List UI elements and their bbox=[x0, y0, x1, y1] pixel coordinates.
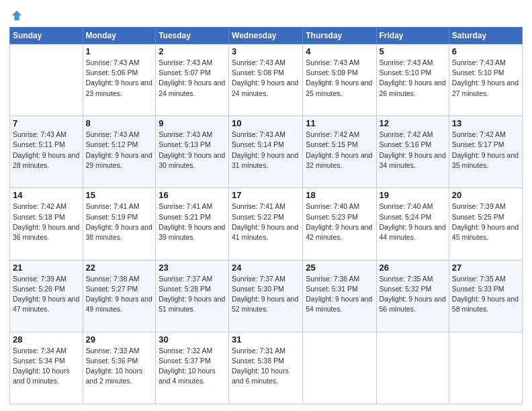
sunrise-text: Sunrise: 7:40 AM bbox=[306, 201, 373, 212]
sunset-text: Sunset: 5:36 PM bbox=[86, 356, 153, 366]
calendar-cell: 25Sunrise: 7:36 AMSunset: 5:31 PMDayligh… bbox=[303, 260, 376, 332]
calendar-day-header: Wednesday bbox=[229, 28, 303, 44]
sunset-text: Sunset: 5:30 PM bbox=[232, 284, 300, 294]
daylight-text: Daylight: 9 hours and 39 minutes. bbox=[159, 222, 226, 242]
day-number: 15 bbox=[86, 190, 153, 200]
day-number: 28 bbox=[13, 334, 80, 345]
day-info: Sunrise: 7:40 AMSunset: 5:24 PMDaylight:… bbox=[380, 201, 446, 242]
sunrise-text: Sunrise: 7:43 AM bbox=[86, 58, 153, 68]
day-number: 16 bbox=[159, 190, 226, 200]
day-info: Sunrise: 7:37 AMSunset: 5:28 PMDaylight:… bbox=[159, 274, 226, 315]
day-info: Sunrise: 7:35 AMSunset: 5:33 PMDaylight:… bbox=[452, 274, 519, 315]
sunrise-text: Sunrise: 7:39 AM bbox=[452, 201, 519, 212]
calendar-cell: 27Sunrise: 7:35 AMSunset: 5:33 PMDayligh… bbox=[449, 260, 522, 332]
day-info: Sunrise: 7:40 AMSunset: 5:23 PMDaylight:… bbox=[306, 201, 373, 242]
day-number: 13 bbox=[452, 118, 519, 128]
sunrise-text: Sunrise: 7:40 AM bbox=[380, 201, 446, 212]
sunset-text: Sunset: 5:15 PM bbox=[306, 140, 373, 150]
calendar-cell: 21Sunrise: 7:39 AMSunset: 5:26 PMDayligh… bbox=[10, 260, 83, 332]
daylight-text: Daylight: 9 hours and 29 minutes. bbox=[86, 150, 153, 171]
calendar-cell: 8Sunrise: 7:43 AMSunset: 5:12 PMDaylight… bbox=[83, 116, 156, 188]
day-info: Sunrise: 7:39 AMSunset: 5:25 PMDaylight:… bbox=[452, 201, 519, 242]
day-number: 29 bbox=[86, 334, 153, 345]
calendar-cell: 16Sunrise: 7:41 AMSunset: 5:21 PMDayligh… bbox=[156, 188, 229, 260]
sunrise-text: Sunrise: 7:38 AM bbox=[86, 274, 153, 284]
sunset-text: Sunset: 5:17 PM bbox=[452, 140, 519, 150]
daylight-text: Daylight: 9 hours and 42 minutes. bbox=[306, 222, 373, 242]
daylight-text: Daylight: 10 hours and 0 minutes. bbox=[13, 366, 80, 386]
day-info: Sunrise: 7:39 AMSunset: 5:26 PMDaylight:… bbox=[13, 274, 80, 315]
calendar-cell: 2Sunrise: 7:43 AMSunset: 5:07 PMDaylight… bbox=[156, 44, 229, 116]
daylight-text: Daylight: 9 hours and 26 minutes. bbox=[380, 78, 446, 98]
day-info: Sunrise: 7:43 AMSunset: 5:11 PMDaylight:… bbox=[13, 130, 80, 171]
day-info: Sunrise: 7:42 AMSunset: 5:18 PMDaylight:… bbox=[13, 201, 80, 242]
daylight-text: Daylight: 9 hours and 34 minutes. bbox=[380, 150, 446, 171]
sunrise-text: Sunrise: 7:43 AM bbox=[380, 58, 446, 68]
calendar-day-header: Monday bbox=[83, 28, 156, 44]
sunset-text: Sunset: 5:26 PM bbox=[13, 284, 80, 294]
sunset-text: Sunset: 5:11 PM bbox=[13, 140, 80, 150]
calendar-cell: 10Sunrise: 7:43 AMSunset: 5:14 PMDayligh… bbox=[229, 116, 303, 188]
calendar-day-header: Friday bbox=[376, 28, 449, 44]
calendar-cell: 6Sunrise: 7:43 AMSunset: 5:10 PMDaylight… bbox=[449, 44, 522, 116]
sunset-text: Sunset: 5:08 PM bbox=[232, 68, 300, 78]
sunset-text: Sunset: 5:28 PM bbox=[159, 284, 226, 294]
daylight-text: Daylight: 9 hours and 41 minutes. bbox=[232, 222, 300, 242]
calendar-cell bbox=[376, 332, 449, 404]
daylight-text: Daylight: 9 hours and 52 minutes. bbox=[232, 294, 300, 314]
calendar-cell: 5Sunrise: 7:43 AMSunset: 5:10 PMDaylight… bbox=[376, 44, 449, 116]
day-info: Sunrise: 7:33 AMSunset: 5:36 PMDaylight:… bbox=[86, 346, 153, 387]
sunset-text: Sunset: 5:27 PM bbox=[86, 284, 153, 294]
day-number: 5 bbox=[380, 46, 446, 56]
sunset-text: Sunset: 5:33 PM bbox=[452, 284, 519, 294]
calendar-cell bbox=[10, 44, 83, 116]
calendar-cell: 15Sunrise: 7:41 AMSunset: 5:19 PMDayligh… bbox=[83, 188, 156, 260]
sunset-text: Sunset: 5:10 PM bbox=[380, 68, 446, 78]
sunrise-text: Sunrise: 7:36 AM bbox=[306, 274, 373, 284]
daylight-text: Daylight: 10 hours and 2 minutes. bbox=[86, 366, 153, 386]
sunrise-text: Sunrise: 7:33 AM bbox=[86, 346, 153, 356]
sunrise-text: Sunrise: 7:35 AM bbox=[452, 274, 519, 284]
sunrise-text: Sunrise: 7:42 AM bbox=[13, 201, 80, 212]
day-number: 9 bbox=[159, 118, 226, 128]
calendar-table: SundayMondayTuesdayWednesdayThursdayFrid… bbox=[9, 27, 523, 404]
day-number: 14 bbox=[13, 190, 80, 200]
sunset-text: Sunset: 5:34 PM bbox=[13, 356, 80, 366]
calendar-cell bbox=[449, 332, 522, 404]
day-number: 25 bbox=[306, 263, 373, 273]
daylight-text: Daylight: 9 hours and 51 minutes. bbox=[159, 294, 226, 314]
day-number: 17 bbox=[232, 190, 300, 200]
logo bbox=[9, 9, 23, 21]
sunset-text: Sunset: 5:24 PM bbox=[380, 212, 446, 222]
sunset-text: Sunset: 5:32 PM bbox=[380, 284, 446, 294]
day-info: Sunrise: 7:43 AMSunset: 5:06 PMDaylight:… bbox=[86, 58, 153, 99]
day-info: Sunrise: 7:43 AMSunset: 5:07 PMDaylight:… bbox=[159, 58, 226, 99]
calendar-cell: 24Sunrise: 7:37 AMSunset: 5:30 PMDayligh… bbox=[229, 260, 303, 332]
day-info: Sunrise: 7:43 AMSunset: 5:09 PMDaylight:… bbox=[306, 58, 373, 99]
calendar-cell: 28Sunrise: 7:34 AMSunset: 5:34 PMDayligh… bbox=[10, 332, 83, 404]
day-number: 4 bbox=[306, 46, 373, 56]
day-number: 22 bbox=[86, 263, 153, 273]
day-number: 2 bbox=[159, 46, 226, 56]
calendar-cell: 11Sunrise: 7:42 AMSunset: 5:15 PMDayligh… bbox=[303, 116, 376, 188]
sunrise-text: Sunrise: 7:43 AM bbox=[13, 130, 80, 140]
calendar-day-header: Saturday bbox=[449, 28, 522, 44]
sunset-text: Sunset: 5:06 PM bbox=[86, 68, 153, 78]
day-info: Sunrise: 7:36 AMSunset: 5:31 PMDaylight:… bbox=[306, 274, 373, 315]
daylight-text: Daylight: 9 hours and 44 minutes. bbox=[380, 222, 446, 242]
calendar-cell: 7Sunrise: 7:43 AMSunset: 5:11 PMDaylight… bbox=[10, 116, 83, 188]
sunset-text: Sunset: 5:21 PM bbox=[159, 212, 226, 222]
calendar-day-header: Tuesday bbox=[156, 28, 229, 44]
sunrise-text: Sunrise: 7:43 AM bbox=[232, 58, 300, 68]
sunrise-text: Sunrise: 7:34 AM bbox=[13, 346, 80, 356]
day-number: 24 bbox=[232, 263, 300, 273]
sunset-text: Sunset: 5:16 PM bbox=[380, 140, 446, 150]
calendar-cell: 14Sunrise: 7:42 AMSunset: 5:18 PMDayligh… bbox=[10, 188, 83, 260]
sunset-text: Sunset: 5:25 PM bbox=[452, 212, 519, 222]
day-number: 18 bbox=[306, 190, 373, 200]
daylight-text: Daylight: 9 hours and 38 minutes. bbox=[86, 222, 153, 242]
day-info: Sunrise: 7:32 AMSunset: 5:37 PMDaylight:… bbox=[159, 346, 226, 387]
calendar-cell: 23Sunrise: 7:37 AMSunset: 5:28 PMDayligh… bbox=[156, 260, 229, 332]
sunrise-text: Sunrise: 7:39 AM bbox=[13, 274, 80, 284]
sunrise-text: Sunrise: 7:43 AM bbox=[452, 58, 519, 68]
